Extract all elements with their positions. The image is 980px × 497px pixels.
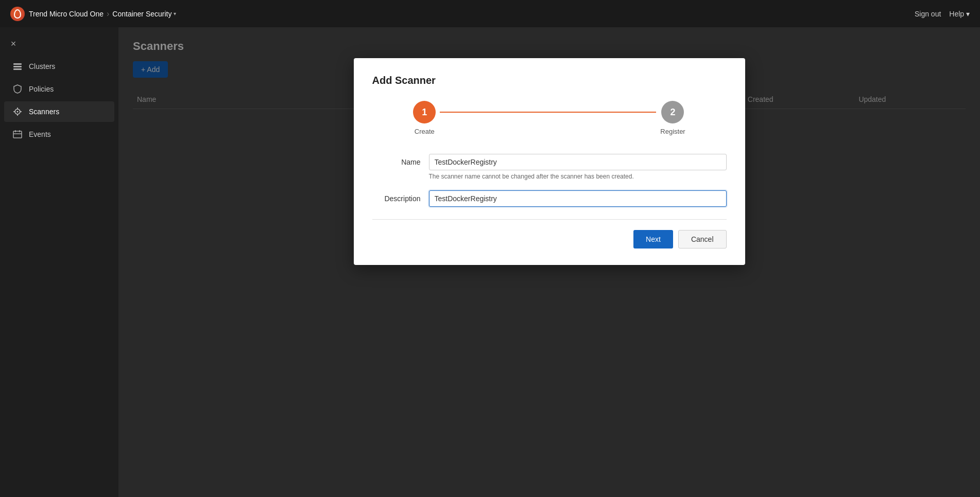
- description-field: [429, 190, 727, 207]
- sidebar-item-clusters[interactable]: Clusters: [4, 56, 114, 77]
- sidebar-close-button[interactable]: ×: [4, 34, 23, 53]
- modal-footer: Next Cancel: [372, 230, 727, 248]
- svg-rect-9: [13, 131, 22, 138]
- product-name: Container Security: [112, 10, 171, 18]
- top-nav: Trend Micro Cloud One › Container Securi…: [0, 0, 980, 27]
- scanners-label: Scanners: [29, 108, 59, 116]
- scanners-icon: [12, 106, 23, 117]
- name-label: Name: [372, 154, 429, 166]
- clusters-label: Clusters: [29, 62, 55, 70]
- step-1-label: Create: [415, 128, 435, 135]
- help-link[interactable]: Help ▾: [949, 10, 970, 18]
- cancel-button[interactable]: Cancel: [678, 230, 727, 248]
- svg-rect-1: [13, 66, 22, 67]
- add-scanner-modal: Add Scanner 1 Create 2 Register Name: [354, 58, 745, 265]
- nav-separator: ›: [107, 9, 109, 19]
- step-1-circle: 1: [413, 101, 436, 123]
- product-nav[interactable]: Container Security ▾: [112, 10, 176, 18]
- step-1-container: 1 Create: [413, 101, 436, 135]
- step-2-label: Register: [660, 128, 685, 135]
- policies-icon: [12, 84, 23, 94]
- sidebar-item-policies[interactable]: Policies: [4, 79, 114, 99]
- stepper: 1 Create 2 Register: [372, 101, 727, 135]
- svg-rect-2: [13, 68, 22, 70]
- sidebar: × Clusters Policies: [0, 27, 118, 497]
- step-2-container: 2 Register: [660, 101, 685, 135]
- modal-overlay: Add Scanner 1 Create 2 Register Name: [118, 27, 980, 497]
- description-input[interactable]: [429, 190, 727, 207]
- step-line: [440, 112, 656, 113]
- logo-icon: [10, 7, 25, 21]
- sign-out-link[interactable]: Sign out: [915, 10, 941, 18]
- description-label: Description: [372, 190, 429, 203]
- next-button[interactable]: Next: [633, 230, 673, 248]
- layout: × Clusters Policies: [0, 27, 980, 497]
- step-2-circle: 2: [661, 101, 684, 123]
- sidebar-item-events[interactable]: Events: [4, 124, 114, 145]
- sidebar-item-scanners[interactable]: Scanners: [4, 101, 114, 122]
- clusters-icon: [12, 61, 23, 72]
- name-field-row: Name The scanner name cannot be changed …: [372, 154, 727, 180]
- name-input[interactable]: [429, 154, 727, 170]
- policies-label: Policies: [29, 85, 54, 93]
- top-nav-right: Sign out Help ▾: [915, 10, 970, 18]
- brand-name: Trend Micro Cloud One: [29, 10, 104, 18]
- product-chevron-icon: ▾: [174, 11, 176, 16]
- description-field-row: Description: [372, 190, 727, 207]
- form-divider: [372, 219, 727, 220]
- events-icon: [12, 129, 23, 139]
- modal-title: Add Scanner: [372, 75, 727, 86]
- svg-rect-0: [13, 63, 22, 65]
- main-content: Scanners + Add Name Description Last sca…: [118, 27, 980, 497]
- events-label: Events: [29, 130, 51, 138]
- name-field: The scanner name cannot be changed after…: [429, 154, 727, 180]
- svg-point-4: [17, 111, 19, 113]
- brand-logo: Trend Micro Cloud One: [10, 7, 104, 21]
- name-hint: The scanner name cannot be changed after…: [429, 173, 727, 180]
